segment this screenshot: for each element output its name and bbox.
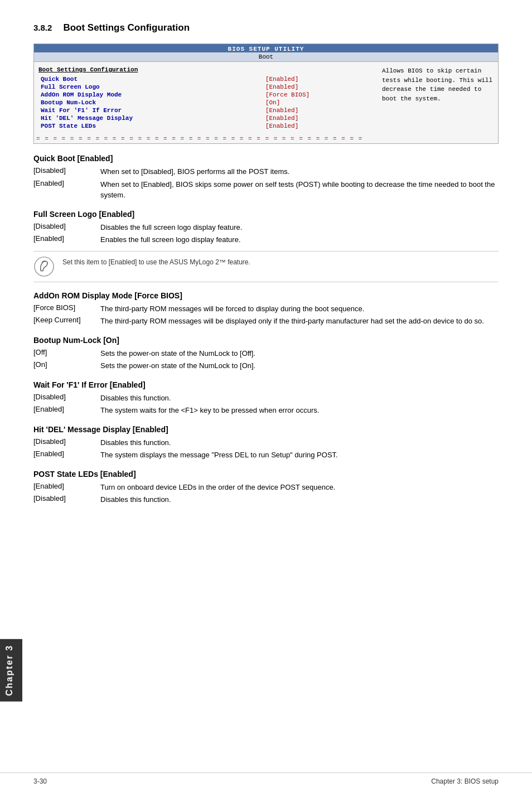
bios-item-value: [Enabled] xyxy=(263,75,376,83)
item-key: [Force BIOS] xyxy=(33,303,100,315)
bios-utility-box: BIOS SETUP UTILITY Boot Boot Settings Co… xyxy=(33,44,499,144)
svg-point-0 xyxy=(35,257,54,276)
item-row: [Force BIOS]The third-party ROM messages… xyxy=(33,303,499,315)
item-row: [Disabled]Disables this function. xyxy=(33,494,499,505)
item-key: [Disabled] xyxy=(33,393,100,404)
bios-item-value: [Enabled] xyxy=(263,122,376,130)
item-row: [Disabled]When set to [Disabled], BIOS p… xyxy=(33,166,499,177)
item-desc: The third-party ROM messages will be for… xyxy=(100,303,499,315)
bios-table-row: Bootup Num-Lock[On] xyxy=(38,99,376,107)
hit-del-section: Hit 'DEL' Message Display [Enabled] [Dis… xyxy=(33,425,499,461)
bios-table-row: Hit 'DEL' Message Display[Enabled] xyxy=(38,114,376,122)
item-key: [Enabled] xyxy=(33,405,100,416)
wait-f1-section: Wait For 'F1' If Error [Enabled] [Disabl… xyxy=(33,380,499,416)
bios-dashes: = = = = = = = = = = = = = = = = = = = = … xyxy=(34,134,498,143)
bios-table-row: Wait For 'F1' If Error[Enabled] xyxy=(38,107,376,114)
item-desc: Disables this function. xyxy=(100,393,499,404)
addon-rom-section: AddOn ROM Display Mode [Force BIOS] [For… xyxy=(33,291,499,327)
item-row: [Enabled]Turn on onboard device LEDs in … xyxy=(33,482,499,493)
bios-left-panel: Boot Settings Configuration Quick Boot[E… xyxy=(38,66,376,130)
full-screen-logo-section: Full Screen Logo [Enabled] [Disabled]Dis… xyxy=(33,210,499,282)
addon-rom-title: AddOn ROM Display Mode [Force BIOS] xyxy=(33,291,499,300)
item-desc: The system waits for the <F1> key to be … xyxy=(100,405,499,416)
item-key: [Disabled] xyxy=(33,437,100,448)
item-row: [Disabled]Disables this function. xyxy=(33,393,499,404)
bios-item-label: Quick Boot xyxy=(38,75,263,83)
item-row: [Keep Current]The third-party ROM messag… xyxy=(33,316,499,327)
hit-del-title: Hit 'DEL' Message Display [Enabled] xyxy=(33,425,499,434)
bios-item-value: [On] xyxy=(263,99,376,107)
bios-table-row: Full Screen Logo[Enabled] xyxy=(38,83,376,91)
bios-table-row: AddOn ROM Display Mode[Force BIOS] xyxy=(38,91,376,99)
item-key: [Disabled] xyxy=(33,494,100,505)
item-row: [Enabled]Enables the full screen logo di… xyxy=(33,234,499,245)
footer-page-number: 3-30 xyxy=(33,777,47,785)
item-desc: Disables the full screen logo display fe… xyxy=(100,222,499,233)
item-desc: Sets the power-on state of the NumLock t… xyxy=(100,360,499,371)
item-desc: When set to [Disabled], BIOS performs al… xyxy=(100,166,499,177)
item-desc: The third-party ROM messages will be dis… xyxy=(100,316,499,327)
item-desc: When set to [Enabled], BIOS skips some p… xyxy=(100,179,499,201)
item-row: [Disabled]Disables this function. xyxy=(33,437,499,448)
item-row: [Disabled]Disables the full screen logo … xyxy=(33,222,499,233)
item-key: [Disabled] xyxy=(33,222,100,233)
item-row: [Enabled]When set to [Enabled], BIOS ski… xyxy=(33,179,499,201)
section-number: 3.8.2 xyxy=(33,23,52,32)
bios-item-label: Bootup Num-Lock xyxy=(38,99,263,107)
bootup-numlock-title: Bootup Num-Lock [On] xyxy=(33,336,499,345)
item-key: [Enabled] xyxy=(33,482,100,493)
item-desc: Enables the full screen logo display fea… xyxy=(100,234,499,245)
bios-tab: Boot xyxy=(34,52,498,62)
bios-item-value: [Enabled] xyxy=(263,83,376,91)
full-screen-logo-title: Full Screen Logo [Enabled] xyxy=(33,210,499,219)
page-footer: 3-30 Chapter 3: BIOS setup xyxy=(0,772,532,785)
item-key: [Disabled] xyxy=(33,166,100,177)
bios-body: Boot Settings Configuration Quick Boot[E… xyxy=(34,62,498,134)
note-box: Set this item to [Enabled] to use the AS… xyxy=(33,251,499,282)
item-desc: Disables this function. xyxy=(100,494,499,505)
note-icon xyxy=(33,256,55,277)
item-key: [Keep Current] xyxy=(33,316,100,327)
section-header: 3.8.2 Boot Settings Configuration xyxy=(33,22,499,33)
bios-item-label: Full Screen Logo xyxy=(38,83,263,91)
wait-f1-title: Wait For 'F1' If Error [Enabled] xyxy=(33,380,499,389)
bios-item-value: [Force BIOS] xyxy=(263,91,376,99)
bios-item-value: [Enabled] xyxy=(263,114,376,122)
footer-chapter-label: Chapter 3: BIOS setup xyxy=(431,777,499,785)
bios-item-value: [Enabled] xyxy=(263,107,376,114)
note-text: Set this item to [Enabled] to use the AS… xyxy=(62,256,250,266)
bios-item-label: Hit 'DEL' Message Display xyxy=(38,114,263,122)
bios-header: BIOS SETUP UTILITY xyxy=(34,44,498,52)
post-state-section: POST State LEDs [Enabled] [Enabled]Turn … xyxy=(33,470,499,505)
item-row: [Enabled]The system waits for the <F1> k… xyxy=(33,405,499,416)
quick-boot-section: Quick Boot [Enabled] [Disabled]When set … xyxy=(33,154,499,201)
bootup-numlock-section: Bootup Num-Lock [On] [Off]Sets the power… xyxy=(33,336,499,371)
item-desc: Disables this function. xyxy=(100,437,499,448)
item-key: [On] xyxy=(33,360,100,371)
item-row: [Enabled]The system displays the message… xyxy=(33,450,499,461)
bios-item-label: AddOn ROM Display Mode xyxy=(38,91,263,99)
bios-items-table: Quick Boot[Enabled]Full Screen Logo[Enab… xyxy=(38,75,376,130)
item-key: [Enabled] xyxy=(33,450,100,461)
bios-help-text: Allows BIOS to skip certain tests while … xyxy=(382,66,494,130)
item-desc: Turn on onboard device LEDs in the order… xyxy=(100,482,499,493)
bios-item-label: POST State LEDs xyxy=(38,122,263,130)
quick-boot-title: Quick Boot [Enabled] xyxy=(33,154,499,163)
item-key: [Off] xyxy=(33,348,100,359)
bios-table-row: POST State LEDs[Enabled] xyxy=(38,122,376,130)
item-key: [Enabled] xyxy=(33,234,100,245)
item-row: [On]Sets the power-on state of the NumLo… xyxy=(33,360,499,371)
bios-item-label: Wait For 'F1' If Error xyxy=(38,107,263,114)
section-title: Boot Settings Configuration xyxy=(63,22,190,33)
bios-section-title: Boot Settings Configuration xyxy=(38,66,376,73)
post-state-title: POST State LEDs [Enabled] xyxy=(33,470,499,479)
item-desc: Sets the power-on state of the NumLock t… xyxy=(100,348,499,359)
item-desc: The system displays the message "Press D… xyxy=(100,450,499,461)
chapter-sidebar: Chapter 3 xyxy=(0,639,22,702)
item-row: [Off]Sets the power-on state of the NumL… xyxy=(33,348,499,359)
bios-table-row: Quick Boot[Enabled] xyxy=(38,75,376,83)
item-key: [Enabled] xyxy=(33,179,100,201)
